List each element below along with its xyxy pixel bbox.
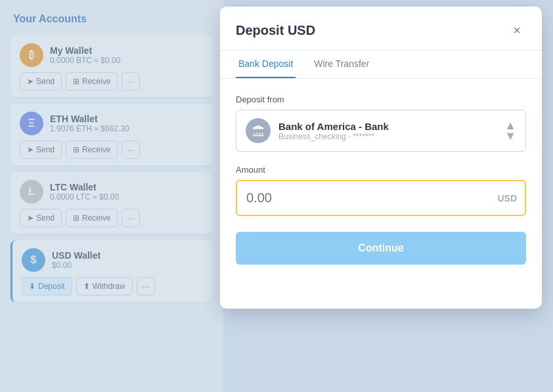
modal-title: Deposit USD xyxy=(236,23,315,38)
bank-selector[interactable]: Bank of America - Bank Business_checking… xyxy=(236,110,526,152)
bank-account: Business_checking - ******* xyxy=(278,132,504,141)
amount-currency-label: USD xyxy=(497,193,517,204)
tab-bank-deposit[interactable]: Bank Deposit xyxy=(236,51,296,78)
modal-body: Deposit from Bank of America - Bank Busi… xyxy=(220,79,542,280)
continue-button[interactable]: Continue xyxy=(236,232,526,265)
modal-close-button[interactable]: × xyxy=(508,21,526,39)
deposit-modal: Deposit USD × Bank Deposit Wire Transfer… xyxy=(220,7,542,309)
deposit-from-label: Deposit from xyxy=(236,95,526,104)
bank-icon xyxy=(246,118,271,143)
bank-building-icon xyxy=(252,124,265,137)
amount-field: USD xyxy=(236,180,526,216)
amount-input[interactable] xyxy=(236,180,526,216)
chevron-updown-icon: ▲ ▼ xyxy=(504,120,516,141)
modal-header: Deposit USD × xyxy=(220,7,542,51)
bank-info: Bank of America - Bank Business_checking… xyxy=(278,121,504,141)
modal-tabs: Bank Deposit Wire Transfer xyxy=(220,51,542,79)
bank-name: Bank of America - Bank xyxy=(278,121,504,132)
tab-wire-transfer[interactable]: Wire Transfer xyxy=(311,51,372,78)
amount-label: Amount xyxy=(236,165,526,175)
